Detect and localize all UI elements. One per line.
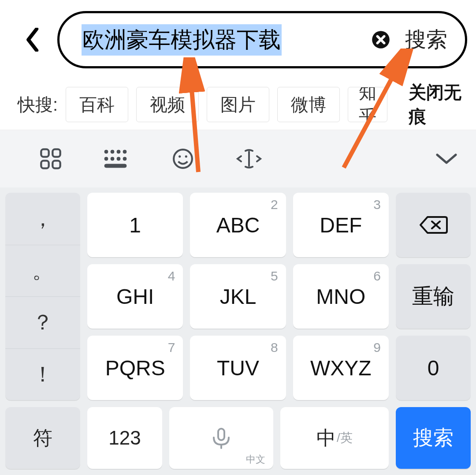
svg-point-8 [111,150,114,153]
space-sublabel: 中文 [246,453,265,466]
microphone-icon [206,427,237,449]
search-box[interactable]: 欧洲豪车模拟器下载 搜索 [57,11,467,68]
quick-search-item[interactable]: 图片 [207,87,269,122]
key-def[interactable]: 3DEF [293,193,389,257]
chevron-left-icon [26,28,41,52]
quick-search-label: 快搜: [18,93,58,117]
svg-point-7 [104,150,108,153]
svg-rect-5 [41,161,48,168]
keyboard-toolbar [0,130,476,187]
svg-rect-22 [218,429,224,440]
key-comma[interactable]: ， [5,193,80,245]
quick-search-item[interactable]: 视频 [136,87,199,122]
svg-point-14 [123,157,126,161]
svg-point-11 [104,157,108,161]
svg-point-12 [111,157,114,161]
emoji-icon[interactable] [150,148,216,170]
quick-search-item[interactable]: 微博 [277,87,340,122]
chevron-down-icon[interactable] [405,152,458,165]
close-incognito-button[interactable]: 关闭无痕 [395,87,476,122]
key-enter-search[interactable]: 搜索 [396,407,471,469]
quick-search-row: 快搜: 百科 视频 图片 微博 知乎 关闭无痕 [0,79,476,130]
svg-point-16 [174,150,192,168]
svg-point-10 [123,150,126,153]
quick-search-item[interactable]: 知乎 [348,87,387,122]
svg-rect-3 [41,149,48,157]
key-backspace[interactable] [396,193,471,257]
key-exclaim[interactable]: ！ [5,348,80,400]
svg-rect-15 [104,164,126,168]
key-mno[interactable]: 6MNO [293,264,389,329]
key-symbols[interactable]: 符 [5,407,80,469]
key-period[interactable]: 。 [5,245,80,297]
top-bar: 欧洲豪车模拟器下载 搜索 [0,0,476,79]
svg-point-9 [117,150,120,153]
key-wxyz[interactable]: 9WXYZ [293,336,389,400]
search-button[interactable]: 搜索 [405,26,447,54]
close-circle-icon [371,30,390,49]
key-pqrs[interactable]: 7PQRS [87,336,183,400]
key-tuv[interactable]: 8TUV [190,336,286,400]
keyboard-switch-icon[interactable] [84,149,150,168]
key-jkl[interactable]: 5JKL [190,264,286,329]
key-retype[interactable]: 重输 [396,264,471,329]
key-numeric[interactable]: 123 [87,407,162,469]
key-ghi[interactable]: 4GHI [87,264,183,329]
svg-point-18 [185,155,187,157]
svg-rect-6 [52,161,60,168]
key-space[interactable]: 中文 [169,407,273,469]
text-cursor-icon[interactable] [216,148,282,169]
key-abc[interactable]: 2ABC [190,193,286,257]
backspace-icon [418,214,449,236]
key-question[interactable]: ？ [5,296,80,348]
search-input[interactable]: 欧洲豪车模拟器下载 [82,24,282,56]
clear-button[interactable] [370,29,392,51]
keyboard: ， 。 ？ ！ 11 2ABC 3DEF 4GHI 5JKL 6MNO 重输 7… [0,187,476,475]
svg-rect-4 [52,149,60,157]
back-button[interactable] [18,24,48,55]
key-1[interactable]: 11 [87,193,183,257]
punctuation-column: ， 。 ？ ！ [5,193,80,400]
svg-point-13 [117,157,120,161]
svg-point-17 [178,155,181,157]
quick-search-item[interactable]: 百科 [66,87,128,122]
apps-icon[interactable] [18,147,84,170]
key-zero[interactable]: 0 [396,336,471,400]
key-language[interactable]: 中/英 [280,407,389,469]
